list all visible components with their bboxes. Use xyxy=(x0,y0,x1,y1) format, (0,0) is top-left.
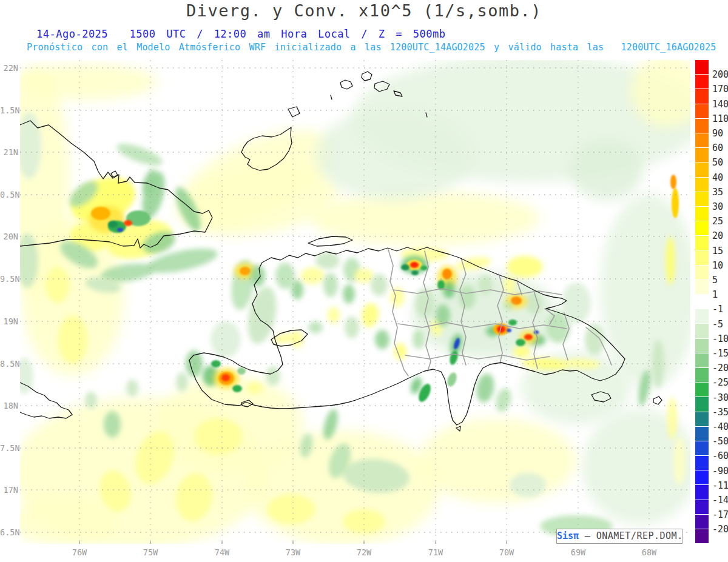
shading-blob xyxy=(411,270,419,275)
lat-label: 1.5N xyxy=(0,105,18,115)
shading-blob xyxy=(419,418,576,503)
shading-field xyxy=(3,55,704,549)
shading-blob xyxy=(601,194,698,388)
shading-blob xyxy=(124,220,132,226)
shading-blob xyxy=(114,139,164,170)
colorbar-cell xyxy=(695,500,709,514)
shading-blob xyxy=(504,303,513,310)
colorbar-cell xyxy=(695,60,709,74)
shading-blob xyxy=(666,236,675,285)
colorbar-cell xyxy=(695,412,709,426)
colorbar-label: -25 xyxy=(712,377,728,388)
shading-blob xyxy=(667,397,677,440)
colorbar-cell xyxy=(695,339,709,353)
shading-blob xyxy=(445,371,458,387)
colorbar-cell xyxy=(695,295,709,309)
shading-blob xyxy=(507,256,543,278)
attribution-box: Sisπ – ONAMET/REP.DOM. xyxy=(556,529,682,544)
colorbar-label: 15 xyxy=(712,246,728,256)
shading-blob xyxy=(394,343,406,360)
attribution-text: – ONAMET/REP.DOM. xyxy=(579,530,683,541)
shading-blob xyxy=(375,330,389,349)
shading-blob xyxy=(221,374,230,381)
colorbar-label: -15 xyxy=(712,348,728,359)
lon-label: 72W xyxy=(352,547,376,557)
colorbar-cell xyxy=(695,178,709,192)
shading-blob xyxy=(308,321,323,333)
lon-label: 73W xyxy=(281,547,305,557)
shading-blob xyxy=(104,411,121,438)
valid-time-line: 14-Ago-2025 1500 UTC / 12:00 am Hora Loc… xyxy=(36,28,445,40)
lon-label: 71W xyxy=(423,547,448,557)
shading-blob xyxy=(343,284,355,304)
shading-blob xyxy=(570,139,643,200)
shading-blob xyxy=(672,188,679,218)
shading-blob xyxy=(237,367,246,375)
shading-blob xyxy=(670,175,676,189)
colorbar-cell xyxy=(695,324,709,338)
shading-blob xyxy=(46,267,70,303)
shading-blob xyxy=(58,315,88,364)
coastline xyxy=(340,80,352,89)
colorbar-cell xyxy=(695,529,709,543)
colorbar-cell xyxy=(695,368,709,382)
colorbar-label: -170 xyxy=(712,509,728,520)
shading-blob xyxy=(459,285,476,309)
shading-blob xyxy=(108,221,118,228)
lat-label: 6.5N xyxy=(0,527,18,537)
shading-blob xyxy=(12,64,158,100)
shading-blob xyxy=(371,274,388,296)
shading-blob xyxy=(266,366,280,386)
shading-blob xyxy=(354,269,374,283)
colorbar-label: 50 xyxy=(712,157,728,168)
colorbar-label: -50 xyxy=(712,436,728,447)
colorbar-label: 30 xyxy=(712,201,728,212)
shading-blob xyxy=(211,360,221,367)
colorbar-label: 140 xyxy=(712,99,728,110)
coastline xyxy=(331,95,332,99)
shading-blob xyxy=(267,494,315,524)
lat-label: 0.5N xyxy=(0,190,18,199)
lat-label: 20N xyxy=(0,232,18,241)
colorbar-label: 40 xyxy=(712,172,728,183)
colorbar-label: 60 xyxy=(712,142,728,153)
shading-blob xyxy=(442,269,452,279)
shading-blob xyxy=(410,262,419,268)
colorbar-cell xyxy=(695,427,709,441)
shading-blob xyxy=(513,346,530,358)
colorbar-label: 20 xyxy=(712,230,728,241)
colorbar-cell xyxy=(695,236,709,250)
colorbar-label: 25 xyxy=(712,216,728,227)
shading-blob xyxy=(17,112,41,179)
model-info-line: Pronóstico con el Modelo Atmósferico WRF… xyxy=(27,42,716,53)
colorbar-label: -90 xyxy=(712,466,728,477)
lon-label: 69W xyxy=(566,547,590,557)
colorbar-label: 200 xyxy=(712,69,728,80)
colorbar-label: 90 xyxy=(712,128,728,139)
shading-blob xyxy=(401,264,410,270)
colorbar-label: -60 xyxy=(712,450,728,461)
shading-blob xyxy=(524,334,533,340)
coastline xyxy=(653,396,662,404)
shading-blob xyxy=(420,266,428,270)
shading-blob xyxy=(315,109,473,200)
lon-label: 76W xyxy=(67,547,92,557)
shading-blob xyxy=(275,263,295,289)
shading-blob xyxy=(176,372,188,392)
colorbar-cell xyxy=(695,397,709,411)
colorbar-cell xyxy=(695,485,709,499)
shading-blob xyxy=(510,473,546,497)
shading-blob xyxy=(413,330,425,349)
shading-blob xyxy=(345,316,359,338)
lat-label: 8.5N xyxy=(0,359,18,369)
shading-blob xyxy=(323,273,338,297)
colorbar-cell xyxy=(695,470,709,484)
coastline xyxy=(288,107,300,117)
colorbar-cell xyxy=(695,250,709,264)
shading-blob xyxy=(493,387,514,414)
shading-blob xyxy=(85,392,97,409)
colorbar-label: 170 xyxy=(712,84,728,95)
colorbar-cell xyxy=(695,133,709,147)
colorbar-cell xyxy=(695,280,709,294)
shading-blob xyxy=(126,380,138,396)
